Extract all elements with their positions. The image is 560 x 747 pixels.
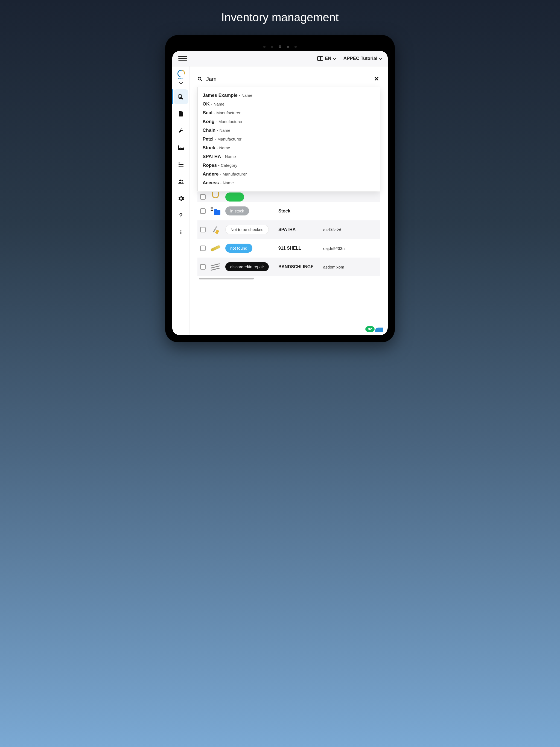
status-badge: Not to be checked [225, 225, 269, 234]
suggestion-primary: Beal [203, 110, 212, 115]
status-badge: not found [225, 243, 252, 253]
status-cell: in stock [225, 209, 272, 213]
suggestion-item[interactable]: Stock - Name [203, 144, 375, 152]
industry-icon [178, 145, 184, 151]
row-checkbox[interactable] [200, 264, 206, 269]
language-selector[interactable]: EN [317, 56, 336, 61]
suggestion-sep: - [214, 119, 218, 124]
sling-icon [210, 263, 221, 271]
suggestion-sep: - [238, 93, 241, 98]
item-code: asdomixom [323, 265, 344, 269]
sidebar-item-settings[interactable] [174, 191, 188, 206]
item-icon [209, 192, 222, 200]
suggestion-item[interactable]: Petzl - Manufacturer [203, 135, 375, 144]
table-row[interactable]: not found911 SHELLoajdn9233n [198, 239, 380, 258]
suggestion-item[interactable]: Chain - Name [203, 126, 375, 135]
suggestion-sep: - [215, 146, 219, 150]
item-name: Stock [278, 209, 320, 213]
suggestion-item[interactable]: Ropes - Category [203, 161, 375, 170]
svg-rect-1 [180, 163, 183, 163]
item-name: BANDSCHLINGE [278, 264, 320, 269]
camera-dot [263, 46, 265, 48]
item-code: oajdn9233n [323, 246, 345, 251]
search-input[interactable] [206, 76, 369, 82]
suggestion-primary: Petzl [203, 136, 213, 141]
sidebar-item-industry[interactable] [174, 140, 188, 155]
translate-icon [317, 56, 323, 61]
carabiner-icon [212, 192, 219, 198]
status-badge: discarded/in repair [225, 262, 269, 271]
svg-point-0 [179, 162, 180, 163]
row-checkbox[interactable] [200, 194, 206, 200]
suggestion-secondary: Name [213, 102, 225, 106]
suggestion-secondary: Name [219, 128, 230, 133]
sidebar-item-document[interactable] [174, 106, 188, 121]
close-icon [374, 76, 379, 81]
item-icon [209, 224, 222, 236]
suggestion-primary: Ropes [203, 163, 217, 168]
suggestion-secondary: Manufacturer [218, 137, 241, 141]
suggestion-primary: James Example [203, 93, 238, 98]
suggestion-primary: SPATHA [203, 154, 221, 159]
status-cell [225, 195, 272, 200]
sidebar-item-tools[interactable] [174, 123, 188, 138]
logo-area[interactable]: APPEC [175, 70, 187, 86]
item-icon: ▪▪▪▪ [209, 205, 222, 217]
suggestion-item[interactable]: Access - Name [203, 179, 375, 187]
status-badge: in stock [225, 206, 249, 215]
row-checkbox[interactable] [200, 208, 206, 214]
sidebar-item-users[interactable] [174, 174, 188, 189]
fab-corner[interactable] [375, 328, 383, 332]
camera-dot [295, 46, 297, 48]
suggestion-primary: Kong [203, 119, 214, 124]
sidebar-item-equipment[interactable] [174, 89, 188, 104]
table-row[interactable]: ▪▪▪▪in stockStock [198, 202, 380, 221]
app-screen: EN APPEC Tutorial APPEC [172, 51, 388, 335]
chevron-down-icon [179, 80, 183, 84]
clear-search-button[interactable] [373, 74, 380, 84]
camera-dot [287, 46, 289, 48]
status-cell: not found [225, 246, 272, 251]
suggestion-item[interactable]: Kong - Manufacturer [203, 117, 375, 126]
sidebar-item-info[interactable]: i [174, 225, 188, 240]
suggestion-item[interactable]: OK - Name [203, 100, 375, 108]
row-checkbox[interactable] [200, 246, 206, 251]
camera-bar [172, 45, 388, 48]
svg-point-6 [179, 179, 181, 181]
suggestion-secondary: Name [219, 146, 230, 150]
table-row[interactable]: discarded/in repairBANDSCHLINGEasdomixom [198, 258, 380, 276]
sidebar-item-list[interactable] [174, 157, 188, 172]
top-right: EN APPEC Tutorial [317, 56, 382, 61]
hammer-icon [178, 127, 184, 134]
menu-button[interactable] [178, 56, 187, 61]
logo-text: APPEC [177, 77, 184, 79]
suggestion-item[interactable]: Beal - Manufacturer [203, 108, 375, 117]
row-checkbox[interactable] [200, 227, 206, 232]
table-row[interactable] [198, 192, 380, 202]
inventory-table: ▪▪▪▪in stockStockNot to be checkedSPATHA… [198, 192, 380, 276]
status-cell: Not to be checked [225, 227, 272, 232]
suggestion-secondary: Manufacturer [223, 172, 247, 176]
suggestion-primary: Access [203, 180, 219, 185]
suggestion-secondary: Name [223, 180, 234, 185]
horizontal-scrollbar[interactable] [199, 278, 254, 279]
menu-icon [178, 56, 187, 57]
suggestion-secondary: Manufacturer [216, 110, 240, 115]
tutorial-label: APPEC Tutorial [343, 56, 377, 61]
item-code: asd32e2d [323, 228, 341, 232]
suggestion-item[interactable]: SPATHA - Name [203, 152, 375, 161]
suggestion-item[interactable]: Andere - Manufacturer [203, 170, 375, 179]
svg-point-8 [198, 77, 201, 80]
suggestion-sep: - [219, 172, 223, 176]
svg-line-9 [201, 80, 202, 81]
list-icon [178, 161, 184, 168]
suggestion-item[interactable]: James Example - Name [203, 91, 375, 100]
tutorial-selector[interactable]: APPEC Tutorial [343, 56, 382, 61]
camera-main-icon [279, 45, 281, 48]
users-icon [177, 178, 184, 185]
sidebar-item-help[interactable]: ? [174, 208, 188, 223]
table-row[interactable]: Not to be checkedSPATHAasd32e2d [198, 221, 380, 239]
item-name: 911 SHELL [278, 246, 320, 251]
menu-icon [178, 58, 187, 59]
carabiner-icon [177, 93, 185, 101]
